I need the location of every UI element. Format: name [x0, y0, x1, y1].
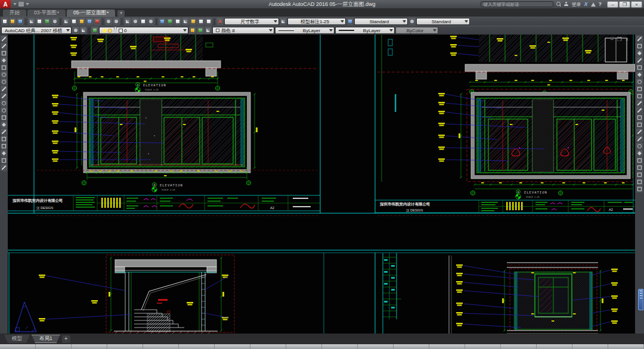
drawing-canvas[interactable]: –❐× [8, 35, 635, 334]
save-icon[interactable] [17, 18, 24, 25]
arc-icon[interactable] [1, 71, 7, 78]
lineweight-combo[interactable]: ByLayer [335, 27, 395, 34]
rectangle-icon[interactable] [1, 64, 7, 71]
layout1-tab[interactable]: 布局1 [32, 335, 60, 343]
array-icon[interactable] [636, 64, 643, 71]
tool-palettes-icon[interactable] [174, 18, 181, 25]
construction-line-icon[interactable] [1, 43, 7, 49]
markup-icon[interactable] [190, 18, 197, 25]
gradient-icon[interactable] [1, 143, 7, 149]
doc-minimize-icon[interactable]: – [611, 36, 617, 42]
3dconnexion-icon[interactable] [51, 18, 58, 25]
mtext-icon[interactable] [1, 164, 7, 171]
dim-style-icon[interactable] [280, 18, 287, 25]
color-combo[interactable]: 颜色 8 [212, 27, 274, 34]
mirror-icon[interactable] [636, 50, 643, 57]
extend-icon[interactable] [636, 107, 643, 114]
doc-close-icon[interactable]: × [626, 36, 632, 42]
circle-icon[interactable] [1, 79, 7, 85]
zoom-window-icon[interactable] [140, 18, 147, 25]
close-button[interactable]: × [631, 1, 642, 8]
help-icon[interactable]: ? [599, 1, 602, 7]
chamfer-icon[interactable] [636, 136, 643, 142]
layer-combo[interactable]: 0 [99, 27, 188, 34]
table-style-combo[interactable]: Standard [354, 18, 408, 25]
draworder-back-icon[interactable] [636, 172, 643, 178]
layer-on-icon[interactable] [103, 29, 107, 33]
polyline-icon[interactable] [1, 50, 7, 57]
table-icon[interactable] [1, 157, 7, 164]
redo-icon[interactable] [113, 18, 120, 25]
model-tab[interactable]: 模型 [4, 335, 30, 343]
workspace-settings-icon[interactable] [72, 27, 79, 34]
file-tab-plan[interactable]: 03-平面图* [27, 10, 66, 17]
workspace-dropdown-icon[interactable] [13, 3, 17, 5]
paste-icon[interactable] [78, 18, 85, 25]
region-icon[interactable] [1, 150, 7, 157]
cut-icon[interactable] [63, 18, 70, 25]
autodesk-360-icon[interactable] [591, 2, 596, 7]
hatch-icon[interactable] [1, 136, 7, 142]
block-editor-icon[interactable] [94, 18, 101, 25]
offset-icon[interactable] [636, 57, 643, 64]
navigation-panel-handle[interactable] [638, 289, 643, 310]
pan-icon[interactable] [124, 18, 131, 25]
line-icon[interactable] [1, 36, 7, 42]
break-icon[interactable] [636, 121, 643, 128]
polygon-icon[interactable] [1, 57, 7, 64]
make-layer-current-icon[interactable] [189, 27, 196, 34]
minimize-button[interactable]: – [607, 1, 618, 8]
new-drawing-tab-button[interactable]: + [117, 10, 125, 17]
doc-restore-icon[interactable]: ❐ [617, 36, 626, 42]
mleader-style-icon[interactable] [408, 18, 416, 25]
linetype-combo[interactable]: ByLayer [275, 27, 335, 34]
table-style-icon[interactable] [346, 18, 354, 25]
help-search-input[interactable] [481, 1, 553, 7]
new-layout-button[interactable]: + [62, 335, 70, 343]
quickcalc-icon[interactable] [197, 18, 205, 25]
file-tab-start[interactable]: 开始 [3, 10, 26, 17]
insert-block-icon[interactable] [1, 114, 7, 121]
layer-states-icon[interactable] [205, 27, 212, 34]
copy-icon[interactable] [70, 18, 78, 25]
revcloud-icon[interactable] [1, 86, 7, 92]
point-icon[interactable] [1, 129, 7, 135]
layer-lock-icon[interactable] [113, 29, 117, 33]
draworder-above-icon[interactable] [636, 179, 643, 185]
blend-curves-icon[interactable] [636, 150, 643, 157]
new-icon[interactable] [1, 18, 8, 25]
ellipse-icon[interactable] [1, 100, 7, 107]
draworder-under-icon[interactable] [636, 186, 643, 192]
dim-style-combo[interactable]: 模型标注1-25 [287, 18, 346, 25]
publish-icon[interactable] [44, 18, 51, 25]
zoom-realtime-icon[interactable] [132, 18, 139, 25]
undo-icon[interactable] [105, 18, 112, 25]
draworder-front-icon[interactable] [636, 164, 643, 171]
rotate-icon[interactable] [636, 79, 643, 85]
exchange-apps-icon[interactable]: X [584, 1, 587, 7]
scale-icon[interactable] [636, 86, 643, 92]
match-properties-icon[interactable] [86, 18, 93, 25]
search-icon[interactable] [556, 2, 561, 7]
make-block-icon[interactable] [1, 121, 7, 128]
file-tab-elevation[interactable]: 05-一层立面图* [67, 10, 115, 17]
ellipse-arc-icon[interactable] [1, 107, 7, 114]
sheet-set-manager-icon[interactable] [182, 18, 189, 25]
properties-palette-icon[interactable] [159, 18, 166, 25]
layer-freeze-icon[interactable] [108, 29, 112, 33]
help-toolbar-icon[interactable] [205, 18, 212, 25]
trim-icon[interactable] [636, 100, 643, 107]
break-at-point-icon[interactable] [636, 114, 643, 121]
join-icon[interactable] [636, 129, 643, 135]
qat-icon[interactable] [18, 2, 24, 7]
sign-in-label[interactable]: 登录 [571, 1, 581, 8]
restore-button[interactable]: ❐ [619, 1, 630, 8]
move-icon[interactable] [636, 71, 643, 78]
autocad-logo-icon[interactable]: A [0, 0, 11, 8]
erase-icon[interactable] [636, 36, 643, 42]
plot-icon[interactable] [28, 18, 35, 25]
mleader-style-combo[interactable]: Standard [416, 18, 470, 25]
copy-object-icon[interactable] [636, 43, 643, 49]
workspace-combo[interactable]: AutoCAD 经典... 2007 移植 [1, 27, 72, 34]
fillet-icon[interactable] [636, 143, 643, 149]
